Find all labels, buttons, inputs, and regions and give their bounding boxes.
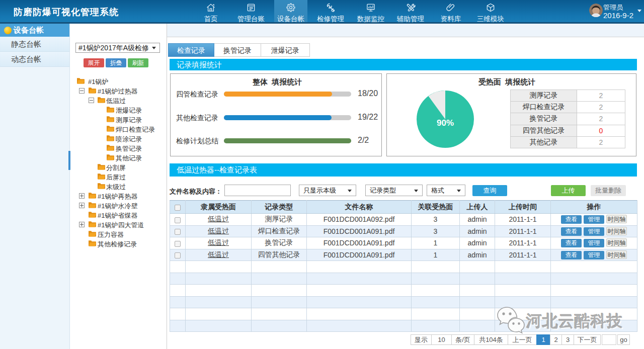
svg-text:90%: 90%: [437, 118, 454, 128]
